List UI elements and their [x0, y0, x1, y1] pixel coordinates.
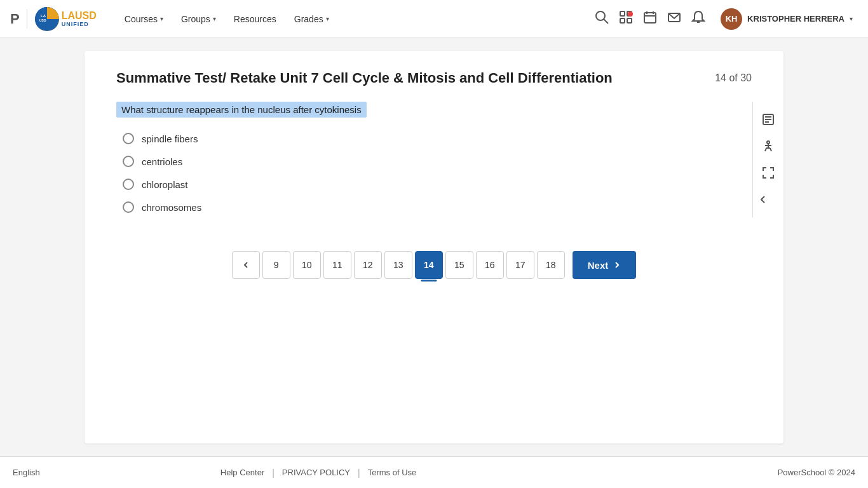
calendar-icon[interactable] — [643, 10, 657, 27]
svg-rect-7 — [620, 18, 625, 23]
svg-point-3 — [596, 11, 605, 20]
svg-text:USD: USD — [39, 18, 46, 22]
svg-rect-10 — [644, 13, 656, 23]
page-15-button[interactable]: 15 — [445, 251, 473, 279]
radio-chloroplast[interactable] — [123, 179, 134, 190]
collapse-sidebar-button[interactable] — [756, 187, 771, 212]
page-18-button[interactable]: 18 — [537, 251, 565, 279]
language-selector[interactable]: English — [13, 468, 40, 477]
groups-label: Groups — [181, 14, 210, 24]
search-icon[interactable] — [595, 10, 609, 27]
footer: English Help Center | PRIVACY POLICY | T… — [0, 456, 868, 488]
terms-of-use-link[interactable]: Terms of Use — [368, 468, 417, 477]
prev-page-button[interactable] — [232, 251, 260, 279]
option-item[interactable]: centrioles — [123, 156, 752, 167]
option-item[interactable]: chromosomes — [123, 201, 752, 213]
question-count: 14 of 30 — [715, 70, 752, 84]
question-header: Summative Test/ Retake Unit 7 Cell Cycle… — [116, 70, 752, 86]
svg-rect-5 — [620, 11, 625, 16]
brand-divider — [27, 10, 27, 29]
grades-menu[interactable]: Grades ▾ — [287, 9, 337, 29]
courses-label: Courses — [125, 14, 158, 24]
page-13-button[interactable]: 13 — [384, 251, 412, 279]
option-label: chromosomes — [142, 202, 201, 213]
next-button[interactable]: Next — [573, 251, 637, 279]
lausd-logo: LA USD LAUSD UNIFIED — [35, 7, 97, 31]
test-title: Summative Test/ Retake Unit 7 Cell Cycle… — [116, 70, 613, 86]
grades-chevron-icon: ▾ — [326, 15, 329, 22]
help-center-link[interactable]: Help Center — [220, 468, 264, 477]
page-14-button[interactable]: 14 — [415, 251, 443, 279]
footer-links: Help Center | PRIVACY POLICY | Terms of … — [220, 468, 416, 478]
page-12-button[interactable]: 12 — [354, 251, 382, 279]
option-label: centrioles — [142, 156, 182, 167]
logo-circle: LA USD — [35, 7, 59, 31]
radio-centrioles[interactable] — [123, 156, 134, 167]
pagination-bar: 9 10 11 12 13 14 15 16 17 18 Next — [116, 251, 752, 279]
content-card: Summative Test/ Retake Unit 7 Cell Cycle… — [85, 51, 783, 444]
question-text: What structure reappears in the nucleus … — [116, 102, 367, 118]
accessibility-tool-button[interactable] — [756, 133, 781, 159]
user-name: KRISTOPHER HERRERA — [747, 14, 844, 24]
svg-point-9 — [628, 11, 633, 17]
brand-p-letter: P — [10, 11, 19, 27]
lausd-unified: UNIFIED — [62, 21, 97, 27]
groups-menu[interactable]: Groups ▾ — [173, 9, 224, 29]
bell-icon[interactable] — [691, 10, 705, 27]
footer-divider-1: | — [272, 468, 275, 478]
radio-chromosomes[interactable] — [123, 201, 134, 213]
dashboard-icon[interactable] — [619, 10, 633, 27]
svg-rect-8 — [627, 18, 632, 23]
radio-spindle-fibers[interactable] — [123, 133, 134, 144]
page-10-button[interactable]: 10 — [293, 251, 321, 279]
resources-menu[interactable]: Resources — [226, 9, 284, 29]
page-9-button[interactable]: 9 — [262, 251, 290, 279]
option-label: chloroplast — [142, 179, 188, 190]
page-11-button[interactable]: 11 — [323, 251, 351, 279]
user-chevron-icon: ▾ — [850, 15, 853, 22]
navbar: P LA USD LAUSD UNIFIED Courses ▾ Groups — [0, 0, 868, 38]
brand-logo[interactable]: P LA USD LAUSD UNIFIED — [10, 7, 97, 31]
user-profile[interactable]: KH KRISTOPHER HERRERA ▾ — [715, 6, 858, 32]
courses-menu[interactable]: Courses ▾ — [117, 9, 171, 29]
svg-line-4 — [604, 19, 608, 24]
footer-divider-2: | — [358, 468, 360, 478]
side-tools — [752, 102, 783, 217]
groups-chevron-icon: ▾ — [213, 15, 216, 22]
mail-icon[interactable] — [667, 10, 681, 27]
footer-copyright: PowerSchool © 2024 — [778, 468, 855, 477]
option-item[interactable]: chloroplast — [123, 179, 752, 190]
option-item[interactable]: spindle fibers — [123, 133, 752, 144]
grades-label: Grades — [294, 14, 323, 24]
fullscreen-tool-button[interactable] — [756, 160, 781, 186]
next-label: Next — [588, 260, 609, 271]
lausd-text-block: LAUSD UNIFIED — [62, 11, 97, 27]
notes-tool-button[interactable] — [756, 107, 781, 132]
svg-line-25 — [765, 148, 766, 151]
courses-chevron-icon: ▾ — [160, 15, 163, 22]
svg-line-26 — [770, 148, 771, 151]
option-label: spindle fibers — [142, 133, 198, 144]
svg-text:LA: LA — [41, 14, 46, 18]
privacy-policy-link[interactable]: PRIVACY POLICY — [282, 468, 350, 477]
resources-label: Resources — [234, 14, 276, 24]
avatar: KH — [721, 8, 742, 30]
page-16-button[interactable]: 16 — [476, 251, 504, 279]
main-wrapper: Summative Test/ Retake Unit 7 Cell Cycle… — [0, 38, 868, 456]
options-list: spindle fibers centrioles chloroplast ch… — [116, 133, 752, 213]
main-nav: Courses ▾ Groups ▾ Resources Grades ▾ — [117, 9, 337, 29]
page-17-button[interactable]: 17 — [506, 251, 534, 279]
lausd-name: LAUSD — [62, 11, 97, 21]
navbar-icons: KH KRISTOPHER HERRERA ▾ — [595, 6, 858, 32]
svg-point-20 — [767, 141, 770, 144]
